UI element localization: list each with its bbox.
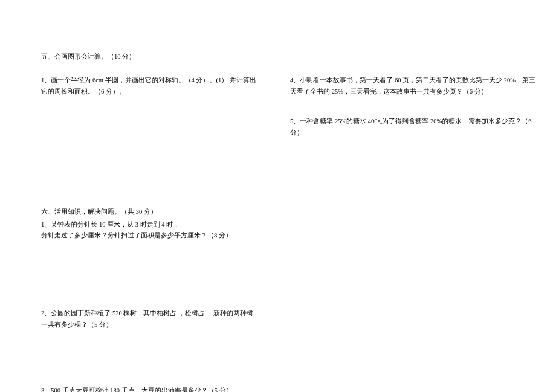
section-6-question-4: 4、小明看一本故事书，第一天看了 60 页，第二天看了的页数比第一天少 20%，… xyxy=(290,75,538,98)
left-column: 五、会画图形会计算。（10 分） 1、画一个半径为 6cm 半圆，并画出它的对称… xyxy=(41,51,259,392)
text-sec6-q5: 5、一种含糖率 25%的糖水 400g,为了得到含糖率 20%的糖水，需要加水多… xyxy=(290,118,532,136)
spacer xyxy=(41,343,259,385)
right-column: 4、小明看一本故事书，第一天看了 60 页，第二天看了的页数比第一天少 20%，… xyxy=(290,75,538,151)
section-6-question-1: 1、某钟表的分针长 10 厘米，从 3 时走到 4 时， 分针走过了多少厘米？分… xyxy=(41,219,259,242)
section-6-question-5: 5、一种含糖率 25%的糖水 400g,为了得到含糖率 20%的糖水，需要加水多… xyxy=(290,116,538,139)
text-sec6-q1-line2: 分针走过了多少厘米？分针扫过了面积是多少平方厘米？（8 分） xyxy=(41,230,259,242)
text-sec6-q2: 2、公园的园丁新种植了 520 棵树，其中柏树占 ，松树占 ，新种的两种树一共有… xyxy=(41,310,253,328)
spacer xyxy=(41,110,259,207)
section-5-heading: 五、会画图形会计算。（10 分） xyxy=(41,51,259,63)
text-sec6-heading: 六、活用知识，解决问题。（共 30 分） xyxy=(41,208,157,215)
section-6-question-3: 3、500 千克大豆可榨油 180 千克，大豆的出油率是多少？（5 分） xyxy=(41,385,259,392)
text-sec6-q3: 3、500 千克大豆可榨油 180 千克，大豆的出油率是多少？（5 分） xyxy=(41,387,233,392)
text-sec6-q4: 4、小明看一本故事书，第一天看了 60 页，第二天看了的页数比第一天少 20%，… xyxy=(290,77,535,95)
spacer xyxy=(41,254,259,308)
text-sec5-heading: 五、会画图形会计算。（10 分） xyxy=(41,53,135,60)
text-sec5-q1: 1、画一个半径为 6cm 半圆，并画出它的对称轴。（4 分）。(1） 并计算出它… xyxy=(41,77,256,95)
section-6-question-2: 2、公园的园丁新种植了 520 棵树，其中柏树占 ，松树占 ，新种的两种树一共有… xyxy=(41,308,259,331)
page: 五、会画图形会计算。（10 分） 1、画一个半径为 6cm 半圆，并画出它的对称… xyxy=(0,0,556,392)
section-5-question-1: 1、画一个半径为 6cm 半圆，并画出它的对称轴。（4 分）。(1） 并计算出它… xyxy=(41,75,259,98)
text-sec6-q1-line1: 1、某钟表的分针长 10 厘米，从 3 时走到 4 时， xyxy=(41,219,259,231)
section-6-heading: 六、活用知识，解决问题。（共 30 分） xyxy=(41,207,259,218)
